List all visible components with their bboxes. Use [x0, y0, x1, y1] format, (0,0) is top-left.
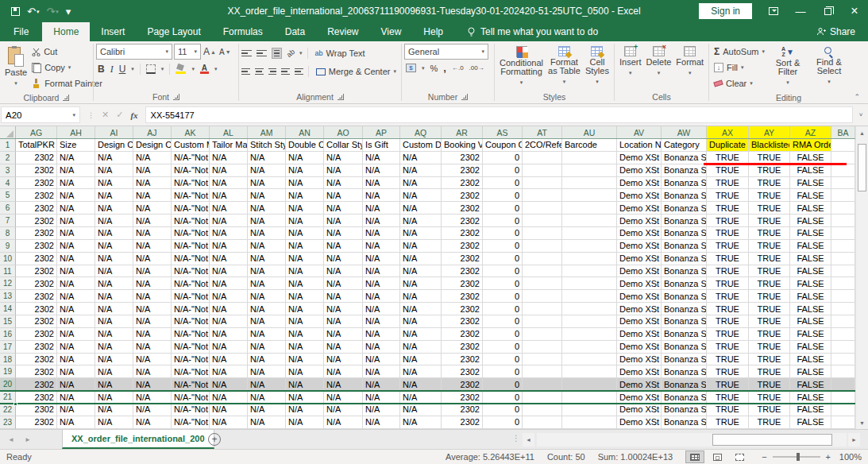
- cell-AV3[interactable]: Demo XSt: [617, 164, 662, 177]
- name-box[interactable]: A20▾: [1, 106, 80, 123]
- cell-AK5[interactable]: N/A-"Not: [172, 189, 210, 202]
- cell-AZ18[interactable]: FALSE: [790, 354, 831, 366]
- row-header-3[interactable]: 3: [0, 164, 16, 177]
- cell-AN21[interactable]: N/A: [286, 391, 324, 404]
- cell-AW13[interactable]: Bonanza S: [662, 290, 707, 303]
- cell-AP4[interactable]: N/A: [363, 177, 400, 190]
- vertical-scrollbar[interactable]: ▲ ▼: [855, 126, 868, 429]
- cell-AL19[interactable]: N/A: [210, 365, 248, 378]
- cell-AU23[interactable]: [562, 416, 617, 429]
- cell-AP17[interactable]: N/A: [363, 341, 400, 354]
- cell-AO22[interactable]: N/A: [324, 404, 363, 416]
- cell-AQ7[interactable]: N/A: [400, 215, 442, 227]
- tab-formulas[interactable]: Formulas: [212, 22, 274, 41]
- number-dialog-launcher-icon[interactable]: [461, 94, 468, 100]
- cell-AJ21[interactable]: N/A: [133, 391, 172, 404]
- cell-AP16[interactable]: N/A: [363, 328, 400, 341]
- cell-AQ8[interactable]: N/A: [400, 227, 442, 240]
- cell-AR15[interactable]: 2302: [442, 315, 483, 328]
- cell-AU13[interactable]: [562, 290, 617, 303]
- cell-AS14[interactable]: 0: [483, 303, 523, 315]
- cell-BA13[interactable]: [831, 290, 855, 303]
- cell-AW22[interactable]: Bonanza S: [662, 404, 707, 416]
- cell-BA11[interactable]: [831, 265, 855, 278]
- cell-AR1[interactable]: Booking V: [442, 139, 483, 152]
- zoom-out-button[interactable]: −: [762, 452, 766, 462]
- cell-AV11[interactable]: Demo XSt: [617, 265, 662, 278]
- cell-AI20[interactable]: N/A: [95, 378, 133, 391]
- align-left-icon[interactable]: [241, 68, 250, 75]
- previous-sheet-icon[interactable]: ◄: [8, 436, 14, 443]
- cell-AI4[interactable]: N/A: [95, 177, 133, 190]
- cell-AM16[interactable]: N/A: [248, 328, 286, 341]
- cell-AM17[interactable]: N/A: [248, 341, 286, 354]
- cell-AT14[interactable]: [523, 303, 562, 315]
- cell-AU15[interactable]: [562, 315, 617, 328]
- cell-AQ3[interactable]: N/A: [400, 164, 442, 177]
- cell-BA21[interactable]: [831, 391, 855, 404]
- cell-AV4[interactable]: Demo XSt: [617, 177, 662, 190]
- row-header-17[interactable]: 17: [0, 341, 16, 354]
- cell-AZ8[interactable]: FALSE: [790, 227, 831, 240]
- cell-AZ10[interactable]: FALSE: [790, 253, 831, 265]
- cell-AX4[interactable]: TRUE: [707, 177, 749, 190]
- cell-AV19[interactable]: Demo XSt: [617, 365, 662, 378]
- bottom-align-icon[interactable]: [272, 48, 282, 60]
- cell-AH19[interactable]: N/A: [57, 365, 95, 378]
- cell-AZ19[interactable]: FALSE: [790, 365, 831, 378]
- zoom-slider[interactable]: [773, 456, 820, 458]
- cell-AU9[interactable]: [562, 240, 617, 253]
- cell-AQ11[interactable]: N/A: [400, 265, 442, 278]
- column-header-AS[interactable]: AS: [483, 126, 523, 138]
- cell-AK1[interactable]: Custom M: [172, 139, 210, 152]
- cell-AM8[interactable]: N/A: [248, 227, 286, 240]
- find-select-button[interactable]: Find & Select▾: [808, 44, 850, 88]
- cell-AL18[interactable]: N/A: [210, 354, 248, 366]
- cell-AN18[interactable]: N/A: [286, 354, 324, 366]
- cell-AU16[interactable]: [562, 328, 617, 341]
- column-header-AG[interactable]: AG: [16, 126, 57, 138]
- cell-AJ2[interactable]: N/A: [133, 152, 172, 164]
- cell-BA6[interactable]: [831, 202, 855, 215]
- cell-AN17[interactable]: N/A: [286, 341, 324, 354]
- cell-AR8[interactable]: 2302: [442, 227, 483, 240]
- cell-AW19[interactable]: Bonanza S: [662, 365, 707, 378]
- cell-BA8[interactable]: [831, 227, 855, 240]
- cell-AU19[interactable]: [562, 365, 617, 378]
- decrease-decimal-button[interactable]: .00→: [469, 65, 484, 72]
- ribbon-display-options-button[interactable]: [760, 0, 787, 22]
- cell-AJ3[interactable]: N/A: [133, 164, 172, 177]
- percent-style-button[interactable]: %: [430, 64, 438, 73]
- zoom-in-button[interactable]: +: [826, 452, 831, 462]
- cell-AV21[interactable]: Demo XSt: [617, 391, 662, 404]
- cell-AJ8[interactable]: N/A: [133, 227, 172, 240]
- cell-AS19[interactable]: 0: [483, 365, 523, 378]
- font-dialog-launcher-icon[interactable]: [173, 94, 179, 100]
- cell-AW7[interactable]: Bonanza S: [662, 215, 707, 227]
- row-header-11[interactable]: 11: [0, 265, 16, 278]
- cell-AY3[interactable]: TRUE: [749, 164, 790, 177]
- cell-AT3[interactable]: [523, 164, 562, 177]
- cell-AR18[interactable]: 2302: [442, 354, 483, 366]
- cell-AP5[interactable]: N/A: [363, 189, 400, 202]
- row-header-1[interactable]: 1: [0, 139, 16, 152]
- cell-AZ15[interactable]: FALSE: [790, 315, 831, 328]
- cell-AV18[interactable]: Demo XSt: [617, 354, 662, 366]
- column-header-AN[interactable]: AN: [286, 126, 324, 138]
- column-header-AY[interactable]: AY: [749, 126, 790, 138]
- cell-AG23[interactable]: 2302: [16, 416, 57, 429]
- cell-AS18[interactable]: 0: [483, 354, 523, 366]
- autosum-button[interactable]: ΣAutoSum▾: [712, 44, 767, 60]
- cell-AZ16[interactable]: FALSE: [790, 328, 831, 341]
- cell-AW11[interactable]: Bonanza S: [662, 265, 707, 278]
- cell-AT1[interactable]: 2CO/Refe: [523, 139, 562, 152]
- formula-bar-input[interactable]: XX-554177: [145, 106, 853, 123]
- cell-AL21[interactable]: N/A: [210, 391, 248, 404]
- cell-AX9[interactable]: TRUE: [707, 240, 749, 253]
- cell-AW12[interactable]: Bonanza S: [662, 277, 707, 290]
- cell-AJ1[interactable]: Design Co: [133, 139, 172, 152]
- cell-AZ6[interactable]: FALSE: [790, 202, 831, 215]
- cell-AR14[interactable]: 2302: [442, 303, 483, 315]
- cell-AL16[interactable]: N/A: [210, 328, 248, 341]
- cell-AX19[interactable]: TRUE: [707, 365, 749, 378]
